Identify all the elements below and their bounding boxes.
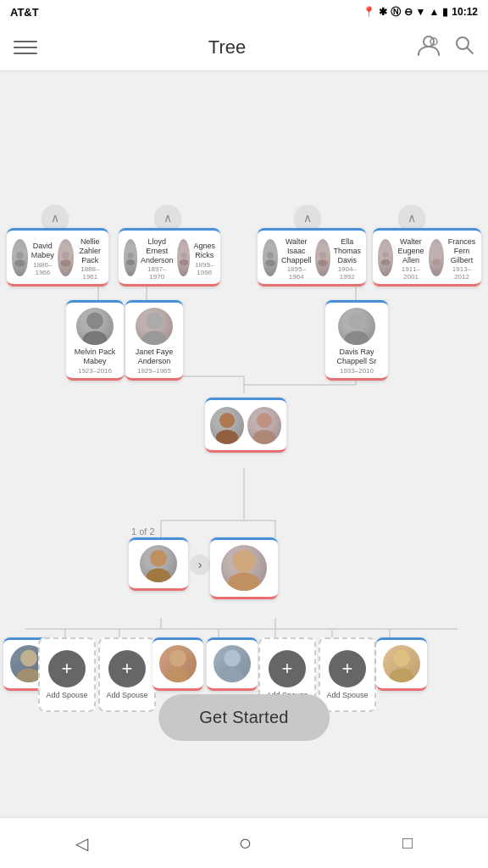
svg-point-50 [433,252,439,258]
father-avatar [210,407,244,444]
menu-button[interactable] [14,41,37,54]
svg-point-58 [219,413,235,428]
svg-point-54 [146,313,163,330]
walteri-name: Walter Isaac Chappell [281,237,312,264]
frances-dates: 1913–2012 [447,265,476,281]
child1-card[interactable] [129,537,188,591]
svg-point-51 [431,259,441,265]
location-icon: 📍 [363,6,375,18]
svg-point-71 [220,669,245,683]
agnes-name: Agnes Ricks [193,242,215,260]
janet-card[interactable]: Janet Faye Anderson 1929–1965 [125,300,183,381]
grandchild4-avatar [159,645,197,682]
grandchild4-card[interactable] [152,637,203,691]
janet-name: Janet Faye Anderson [129,348,180,366]
couple-card-lloyd-agnes[interactable]: Lloyd Ernest Anderson 1897–1970 Agnes Ri… [119,228,220,287]
add-spouse-4[interactable]: + Add Spouse [319,637,376,712]
get-started-button[interactable]: Get Started [158,694,330,741]
svg-point-40 [127,253,133,259]
nfc-icon: Ⓝ [391,5,401,19]
svg-point-64 [233,549,256,572]
add-spouse-label-2: Add Spouse [106,691,147,699]
svg-point-52 [86,313,103,330]
melvin-name: Melvin Pack Mabey [69,348,120,366]
svg-point-43 [179,259,187,265]
add-icon-1: + [48,650,86,687]
add-spouse-label-4: Add Spouse [326,691,368,699]
status-icons: 📍 ✱ Ⓝ ⊖ ▼ ▲ ▮ 10:12 [363,5,478,19]
profile-icon[interactable] [417,33,441,62]
davis-name: Davis Ray Chappell Sr [329,348,385,366]
cellular-icon: ▲ [429,6,439,18]
lloyd-dates: 1897–1970 [141,265,174,281]
recents-button[interactable]: □ [385,825,430,861]
grandchild8-card[interactable] [376,637,427,691]
waltere-name: Walter Eugene Allen [396,237,425,264]
svg-point-48 [382,252,388,258]
nellie-name: Nellie Zahler Pack [77,237,103,264]
lloyd-name: Lloyd Ernest Anderson [141,237,174,264]
child1-avatar [140,545,177,582]
melvin-avatar [76,308,114,345]
mother-avatar [247,407,281,444]
couple-card-gen3[interactable] [205,398,286,453]
up-arrow-1[interactable]: ∧ [42,205,68,231]
agnes-avatar [177,239,191,276]
grandchild5-card[interactable] [207,637,258,691]
svg-point-68 [169,650,186,667]
svg-point-69 [166,669,191,683]
janet-dates: 1929–1965 [137,367,171,375]
header: Tree [0,24,488,71]
svg-point-44 [267,252,274,259]
wifi-icon: ▼ [416,6,426,18]
svg-point-41 [126,259,135,265]
svg-point-46 [319,252,326,259]
lloyd-avatar [124,239,137,276]
carrier-label: AT&T [10,6,39,19]
back-button[interactable]: ◁ [58,825,105,862]
svg-point-45 [265,259,275,266]
up-arrow-4[interactable]: ∧ [399,205,424,231]
pagination-label: 1 of 2 [131,526,155,537]
home-button[interactable]: ○ [222,821,269,865]
svg-point-56 [348,313,365,330]
search-icon[interactable] [454,35,474,60]
signal-icon: ⊖ [404,6,413,18]
couple-card-walter-ella[interactable]: Walter Isaac Chappell 1895–1964 Ella Tho… [258,228,366,287]
ella-dates: 1904–1992 [334,265,362,281]
next-chevron[interactable]: › [190,554,210,575]
add-icon-2: + [108,650,146,687]
waltere-dates: 1911–2001 [396,265,425,281]
up-arrow-2[interactable]: ∧ [155,205,180,231]
david-dates: 1886–1966 [31,261,54,276]
bottom-nav: ◁ ○ □ [0,817,488,868]
svg-point-57 [345,331,369,346]
davis-avatar [338,308,375,345]
svg-point-65 [228,572,260,591]
svg-point-61 [253,430,275,444]
couple-card-waltere-frances[interactable]: Walter Eugene Allen 1911–2001 Frances Fe… [373,228,481,287]
bluetooth-icon: ✱ [379,6,387,18]
melvin-card[interactable]: Melvin Pack Mabey 1923–2016 [66,300,124,381]
grandchild8-avatar [383,645,420,682]
header-icons [417,33,474,62]
svg-point-72 [393,650,410,667]
svg-point-60 [257,413,272,428]
frances-name: Frances Fern Gilbert [447,237,476,264]
walteri-avatar [263,239,278,276]
svg-point-49 [381,259,391,265]
child2-card[interactable] [210,537,278,599]
couple-card-david-nellie[interactable]: David Mabey 1886–1966 Nellie Zahler Pack… [7,228,108,287]
add-spouse-2[interactable]: + Add Spouse [98,637,156,712]
svg-point-66 [20,650,37,667]
svg-point-59 [216,430,238,444]
svg-point-36 [16,252,23,259]
grandchild5-avatar [214,645,251,682]
svg-point-73 [390,669,414,683]
waltere-avatar [378,239,393,276]
up-arrow-3[interactable]: ∧ [295,205,320,231]
ella-avatar [315,239,330,276]
add-spouse-1[interactable]: + Add Spouse [38,637,96,712]
agnes-dates: 1899–1996 [193,261,215,276]
davis-card[interactable]: Davis Ray Chappell Sr 1933–2010 [325,300,388,381]
